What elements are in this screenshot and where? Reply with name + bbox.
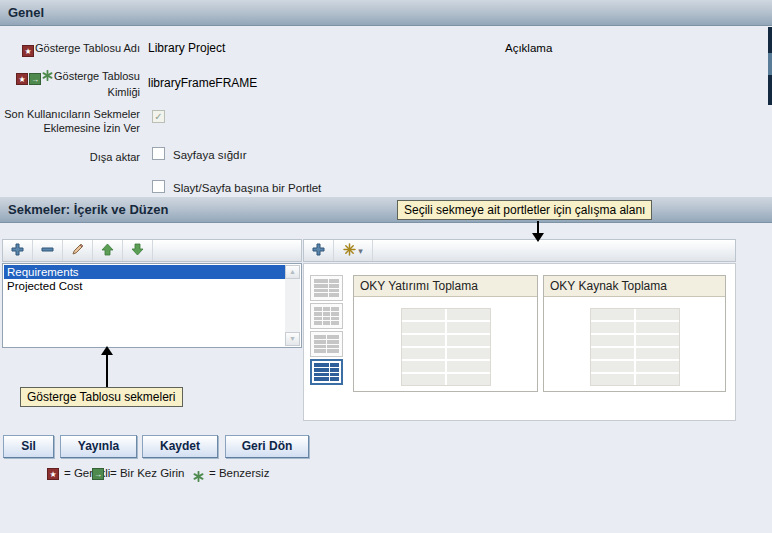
placeholder-cell (447, 322, 490, 333)
scroll-up-icon: ▲ (289, 268, 296, 275)
layout-thumbnail (314, 335, 339, 353)
layout-bar (314, 284, 328, 288)
edit-tab-button[interactable] (63, 240, 93, 261)
add-icon (11, 242, 24, 260)
toolbar-spacer (373, 240, 735, 261)
dashboard-name-label-text: Gösterge Tablosu Adı (35, 42, 140, 54)
layout-bar (323, 307, 331, 311)
move-tab-up-button[interactable] (93, 240, 123, 261)
dashboard-id-value: libraryFrameFRAME (148, 76, 257, 90)
allow-tabs-label: Son Kullanıcıların Sekmeler Eklemesine İ… (0, 107, 140, 135)
one-portlet-per-page-label: Slayt/Sayfa başına bir Portlet (173, 182, 321, 194)
layout-bar (330, 363, 339, 367)
placeholder-cell (636, 348, 679, 359)
layout-option-3[interactable] (310, 331, 343, 357)
legend-unique: = Benzersiz (209, 467, 269, 479)
layout-bar (314, 307, 322, 311)
section-title: Sekmeler: İçerik ve Düzen (8, 202, 168, 217)
layout-bar (331, 317, 339, 321)
fit-to-page-checkbox[interactable] (152, 147, 165, 160)
layout-bar (329, 289, 339, 293)
scroll-down-button[interactable]: ▼ (285, 332, 300, 346)
allow-tabs-checkbox[interactable]: ✓ (152, 110, 165, 123)
remove-icon (41, 242, 54, 260)
scroll-up-button[interactable]: ▲ (285, 265, 300, 279)
layout-bar (314, 321, 322, 325)
publish-button[interactable]: Yayınla (60, 435, 137, 458)
placeholder-cell (447, 361, 490, 372)
scroll-down-icon: ▼ (289, 335, 296, 342)
add-icon (312, 242, 325, 260)
placeholder-cell (636, 335, 679, 346)
add-portlet-button[interactable] (304, 240, 334, 261)
required-icon: ★ (22, 45, 34, 57)
tabs-list-scrollbar[interactable]: ▲ ▼ (285, 265, 300, 346)
placeholder-cell (447, 309, 490, 320)
portlet-title[interactable]: OKY Yatırımı Toplama (354, 276, 537, 297)
layout-option-2[interactable] (310, 303, 343, 329)
placeholder-cell (402, 374, 445, 385)
layout-bar (323, 312, 331, 316)
section-title: Genel (8, 5, 44, 20)
layout-bar (329, 293, 339, 297)
layout-bar (314, 335, 326, 339)
add-tab-button[interactable] (3, 240, 33, 261)
description-label: Açıklama (505, 42, 552, 54)
enter-once-icon: → (92, 468, 104, 480)
layout-bar (314, 293, 328, 297)
placeholder-cell (402, 322, 445, 333)
page-scrollbar-thumb[interactable] (768, 53, 772, 75)
placeholder-cell (591, 335, 634, 346)
layout-thumbnail (314, 363, 339, 381)
remove-tab-button[interactable] (33, 240, 63, 261)
callout-arrow-down-icon (532, 233, 544, 242)
portlet-title[interactable]: OKY Kaynak Toplama (544, 276, 725, 297)
layout-bar (314, 340, 326, 344)
portlet-workspace-callout: Seçili sekmeye ait portletler için çalış… (397, 200, 652, 220)
fit-to-page-label: Sayfaya sığdır (173, 149, 247, 161)
callout-arrow-shaft (106, 355, 108, 387)
placeholder-cell (636, 361, 679, 372)
portlet-workspace-panel: OKY Yatırımı Toplama OKY Kaynak Toplama (303, 263, 736, 421)
toolbar-spacer (153, 240, 301, 261)
layout-bar (327, 345, 339, 349)
portlet-placeholder-table (590, 308, 680, 386)
layout-bar (314, 317, 322, 321)
portlet-menu-button[interactable]: ▾ (334, 240, 373, 261)
layout-bar (314, 377, 329, 381)
placeholder-cell (591, 309, 634, 320)
tabs-listbox: Requirements Projected Cost ▲ ▼ (2, 263, 302, 348)
placeholder-cell (402, 348, 445, 359)
dashboard-name-label: ★Gösterge Tablosu Adı (0, 41, 140, 57)
portlet-oky-kaynak-toplama[interactable]: OKY Kaynak Toplama (543, 275, 726, 392)
portlet-oky-yatirimi-toplama[interactable]: OKY Yatırımı Toplama (353, 275, 538, 392)
layout-option-1[interactable] (310, 275, 343, 301)
layout-bar (331, 307, 339, 311)
portlets-toolbar: ▾ (303, 239, 736, 262)
page-scrollbar[interactable] (768, 27, 772, 105)
layout-bar (329, 284, 339, 288)
callout-arrow-up-icon (101, 346, 113, 355)
layout-bar (331, 312, 339, 316)
required-icon: ★ (16, 73, 28, 85)
section-header-genel: Genel (0, 0, 772, 26)
save-button[interactable]: Kaydet (142, 435, 218, 458)
one-portlet-per-page-checkbox[interactable] (152, 180, 165, 193)
tabs-toolbar (2, 239, 302, 262)
move-up-icon (101, 242, 114, 260)
delete-button[interactable]: Sil (3, 435, 54, 458)
unique-icon (42, 70, 53, 84)
move-tab-down-button[interactable] (123, 240, 153, 261)
placeholder-cell (636, 309, 679, 320)
placeholder-cell (636, 374, 679, 385)
tab-list-item[interactable]: Requirements (4, 265, 285, 279)
layout-bar (327, 340, 339, 344)
tab-list-item[interactable]: Projected Cost (4, 279, 285, 293)
placeholder-cell (591, 361, 634, 372)
legend-enter-once: = Bir Kez Girin (110, 467, 184, 479)
layout-option-4-selected[interactable] (310, 359, 343, 385)
back-button[interactable]: Geri Dön (225, 435, 309, 458)
layout-bar (327, 335, 339, 339)
placeholder-cell (447, 335, 490, 346)
export-label: Dışa aktar (0, 150, 140, 164)
